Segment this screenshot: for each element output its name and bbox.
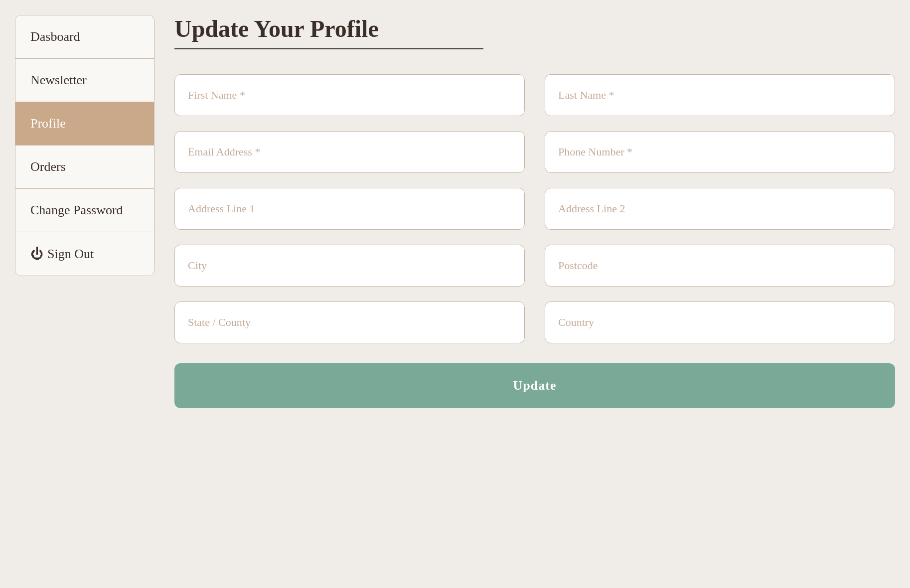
form-row-city-postcode bbox=[174, 245, 895, 287]
sidebar-item-orders-label: Orders bbox=[30, 159, 66, 174]
address1-input[interactable] bbox=[174, 188, 525, 230]
last-name-input[interactable] bbox=[545, 74, 895, 116]
form-row-address bbox=[174, 188, 895, 230]
update-button[interactable]: Update bbox=[174, 363, 895, 408]
form-row-state-country bbox=[174, 301, 895, 343]
sidebar-item-orders[interactable]: Orders bbox=[15, 146, 154, 189]
sidebar-item-dashboard-label: Dasboard bbox=[30, 29, 80, 44]
address2-input[interactable] bbox=[545, 188, 895, 230]
country-input[interactable] bbox=[545, 301, 895, 343]
state-field bbox=[174, 301, 525, 343]
email-field bbox=[174, 131, 525, 173]
postcode-input[interactable] bbox=[545, 245, 895, 287]
main-content: Update Your Profile bbox=[174, 15, 895, 573]
email-input[interactable] bbox=[174, 131, 525, 173]
city-input[interactable] bbox=[174, 245, 525, 287]
city-field bbox=[174, 245, 525, 287]
sidebar-item-newsletter[interactable]: Newsletter bbox=[15, 59, 154, 102]
profile-form: Update bbox=[174, 74, 895, 408]
first-name-input[interactable] bbox=[174, 74, 525, 116]
phone-input[interactable] bbox=[545, 131, 895, 173]
sidebar-item-change-password-label: Change Password bbox=[30, 203, 123, 217]
sidebar-item-change-password[interactable]: Change Password bbox=[15, 189, 154, 232]
sidebar-item-sign-out[interactable]: ⏻Sign Out bbox=[15, 232, 154, 276]
sidebar: Dasboard Newsletter Profile Orders Chang… bbox=[15, 15, 154, 276]
address2-field bbox=[545, 188, 895, 230]
power-icon: ⏻ bbox=[30, 247, 43, 261]
sidebar-item-newsletter-label: Newsletter bbox=[30, 73, 87, 87]
form-row-contact bbox=[174, 131, 895, 173]
form-row-name bbox=[174, 74, 895, 116]
country-field bbox=[545, 301, 895, 343]
page-title: Update Your Profile bbox=[174, 15, 483, 49]
state-input[interactable] bbox=[174, 301, 525, 343]
first-name-field bbox=[174, 74, 525, 116]
sidebar-item-profile[interactable]: Profile bbox=[15, 102, 154, 146]
last-name-field bbox=[545, 74, 895, 116]
sidebar-item-dashboard[interactable]: Dasboard bbox=[15, 15, 154, 59]
sidebar-item-sign-out-label: Sign Out bbox=[47, 247, 94, 261]
postcode-field bbox=[545, 245, 895, 287]
address1-field bbox=[174, 188, 525, 230]
sidebar-item-profile-label: Profile bbox=[30, 116, 66, 131]
phone-field bbox=[545, 131, 895, 173]
